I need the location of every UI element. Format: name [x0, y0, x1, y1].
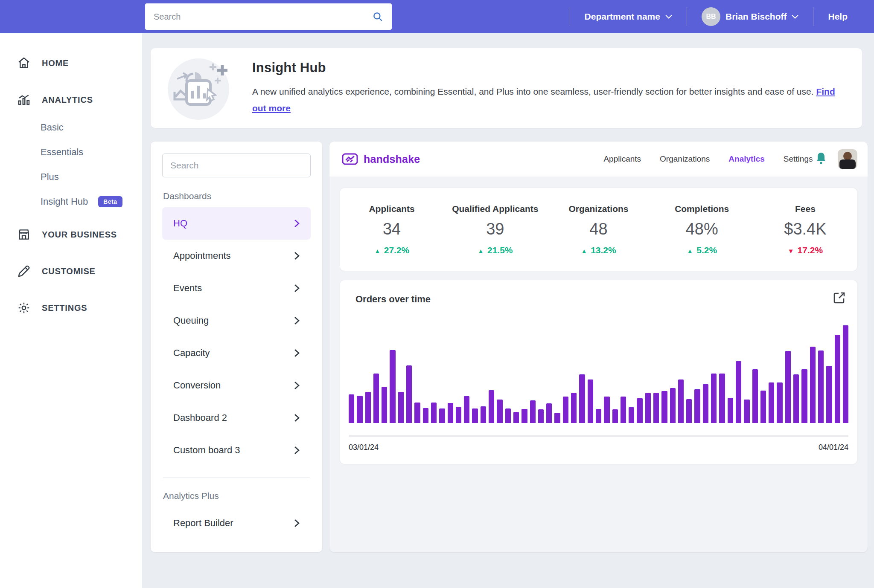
chart-bar — [736, 361, 741, 423]
dashboard-item-events[interactable]: Events — [162, 272, 311, 304]
orders-bars — [349, 325, 848, 423]
chevron-right-icon — [294, 219, 300, 228]
sidebar-item-analytics[interactable]: ANALYTICS — [0, 87, 142, 113]
help-button[interactable]: Help — [813, 12, 862, 22]
chart-bar — [472, 408, 478, 423]
handshake-logo[interactable]: handshake — [341, 151, 420, 168]
dashboards-search[interactable] — [162, 154, 311, 177]
chevron-right-icon — [294, 446, 300, 455]
chart-bar — [538, 409, 544, 423]
topbar-right-cluster: Department name BB Brian Bischoff Help — [570, 0, 862, 33]
chart-bar — [826, 366, 832, 423]
chart-bar — [801, 369, 807, 423]
chart-bar — [728, 398, 733, 423]
dashboards-sidebar: Dashboards HQ Appointments Events Queuin… — [151, 142, 322, 552]
global-search-input[interactable] — [154, 12, 372, 22]
user-name: Brian Bischoff — [725, 12, 787, 22]
chart-bar — [357, 396, 362, 423]
dashboard-item-hq[interactable]: HQ — [162, 207, 311, 240]
chevron-right-icon — [294, 284, 300, 293]
sidebar-item-plus[interactable]: Plus — [0, 165, 142, 189]
nav-link-applicants[interactable]: Applicants — [603, 154, 641, 164]
dashboard-item-conversion[interactable]: Conversion — [162, 369, 311, 402]
chart-bar — [612, 409, 618, 423]
user-avatar[interactable] — [838, 149, 857, 169]
chart-bar — [414, 403, 420, 423]
chart-bar — [703, 384, 708, 423]
sidebar-item-basic[interactable]: Basic — [0, 115, 142, 140]
hero-description: A new unified analytics experience, comb… — [252, 83, 845, 116]
chart-bar — [686, 399, 692, 423]
dashboards-search-input[interactable] — [170, 160, 303, 171]
chart-bar — [505, 408, 511, 423]
search-icon[interactable] — [372, 11, 383, 22]
panel-nav-links: Applicants Organizations Analytics Setti… — [603, 154, 813, 164]
home-icon — [17, 56, 31, 70]
chart-bar — [777, 382, 782, 423]
sidebar-item-your-business[interactable]: YOUR BUSINESS — [0, 222, 142, 247]
chart-bar — [588, 379, 593, 423]
insight-hub-illustration-icon — [167, 56, 232, 121]
chart-bar — [489, 390, 494, 423]
chart-bar — [513, 412, 519, 423]
kpi-organizations: Organizations 48 13.2% — [547, 204, 650, 255]
chart-end-date: 04/01/24 — [819, 443, 848, 452]
chart-bar — [694, 389, 700, 423]
notifications-bell-icon[interactable] — [816, 152, 827, 166]
chevron-right-icon — [294, 414, 300, 422]
chart-bar — [793, 374, 799, 423]
chart-bar — [719, 374, 725, 423]
beta-badge: Beta — [98, 196, 122, 207]
chart-bar — [637, 398, 642, 423]
nav-link-organizations[interactable]: Organizations — [660, 154, 710, 164]
chart-bar — [744, 400, 749, 423]
chart-bar — [423, 408, 428, 423]
chart-bar — [645, 393, 651, 423]
dashboard-item-queuing[interactable]: Queuing — [162, 304, 311, 337]
chart-bar — [818, 350, 824, 423]
chart-bar — [670, 388, 676, 423]
chart-bar — [621, 397, 626, 423]
global-search[interactable] — [145, 3, 392, 30]
dashboard-item-capacity[interactable]: Capacity — [162, 337, 311, 369]
chart-bar — [629, 407, 634, 423]
gear-icon — [17, 301, 31, 315]
dashboard-item-custom-board-3[interactable]: Custom board 3 — [162, 434, 311, 466]
nav-link-analytics[interactable]: Analytics — [728, 154, 764, 164]
analytics-panel: handshake Applicants Organizations Analy… — [329, 142, 868, 552]
chart-date-range: 03/01/24 04/01/24 — [349, 443, 848, 452]
chart-bar — [752, 369, 758, 423]
chart-bar — [596, 409, 601, 423]
user-menu[interactable]: BB Brian Bischoff — [687, 7, 813, 26]
dashboard-item-dashboard-2[interactable]: Dashboard 2 — [162, 402, 311, 434]
sidebar-item-settings[interactable]: SETTINGS — [0, 295, 142, 321]
sidebar-item-insight-hub[interactable]: Insight Hub Beta — [0, 189, 142, 214]
sidebar-item-customise[interactable]: CUSTOMISE — [0, 258, 142, 284]
chevron-right-icon — [294, 349, 300, 357]
chevron-right-icon — [294, 316, 300, 325]
department-dropdown[interactable]: Department name — [570, 12, 687, 22]
top-app-bar: Department name BB Brian Bischoff Help — [0, 0, 874, 33]
delta-arrow-icon — [687, 245, 693, 255]
chart-bar — [546, 403, 552, 423]
chart-bar — [760, 391, 766, 423]
handshake-navbar: handshake Applicants Organizations Analy… — [329, 142, 868, 177]
chart-bar — [390, 350, 395, 423]
chart-bar — [579, 374, 585, 423]
chart-bar — [481, 406, 486, 423]
nav-link-settings[interactable]: Settings — [784, 154, 813, 164]
dashboard-item-appointments[interactable]: Appointments — [162, 240, 311, 272]
chart-bar — [678, 379, 684, 423]
chevron-right-icon — [294, 252, 300, 260]
department-label: Department name — [585, 12, 660, 22]
insight-hub-banner: Insight Hub A new unified analytics expe… — [151, 48, 862, 128]
delta-arrow-icon — [788, 245, 794, 255]
chart-title: Orders over time — [355, 294, 431, 305]
dashboard-item-report-builder[interactable]: Report Builder — [162, 507, 311, 539]
sidebar-item-essentials[interactable]: Essentials — [0, 140, 142, 165]
chart-bar — [497, 400, 502, 423]
external-link-icon[interactable] — [833, 291, 846, 304]
analytics-plus-heading: Analytics Plus — [163, 491, 311, 501]
sidebar-item-home[interactable]: HOME — [0, 50, 142, 76]
chart-start-date: 03/01/24 — [349, 443, 379, 452]
